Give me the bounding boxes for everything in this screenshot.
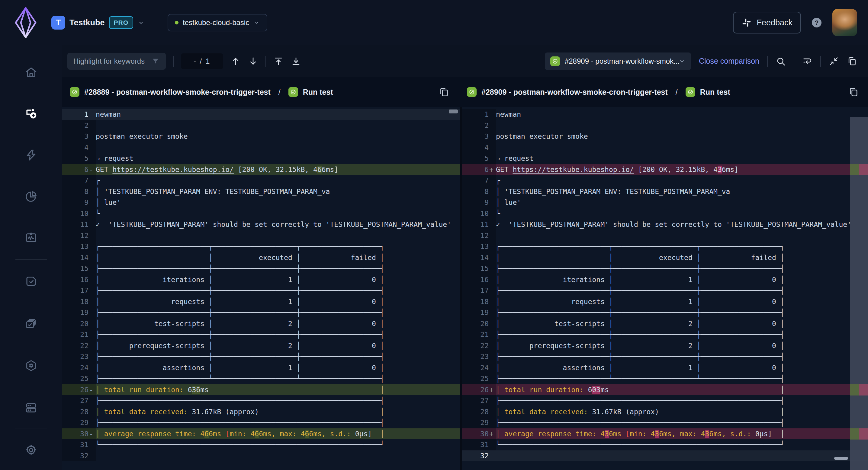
sidebar-item-tests[interactable] bbox=[0, 274, 62, 288]
sidebar-item-executors[interactable] bbox=[0, 359, 62, 372]
left-run-name[interactable]: #28889 - postman-workflow-smoke-cron-tri… bbox=[84, 88, 271, 97]
log-line-text: │ iterations │ 1 │ 0 │ bbox=[496, 274, 868, 286]
line-number-gutter: 14 bbox=[462, 252, 496, 263]
log-line: 9│ lue' bbox=[462, 197, 868, 208]
log-line-text bbox=[96, 450, 460, 462]
sidebar-item-health[interactable] bbox=[0, 231, 62, 244]
log-line-text: ├───────────────────────────────────────… bbox=[96, 417, 460, 428]
log-line-text: ┌──────────────────────────┬────────────… bbox=[496, 241, 868, 252]
sidebar-item-home[interactable] bbox=[0, 66, 62, 79]
log-line: 11✓ 'TESTKUBE_POSTMAN_PARAM' should be s… bbox=[62, 219, 460, 230]
right-run-name[interactable]: #28909 - postman-workflow-smoke-cron-tri… bbox=[482, 88, 668, 97]
log-line-text: │ assertions │ 1 │ 0 │ bbox=[496, 362, 868, 373]
diff-mark-added[interactable] bbox=[859, 164, 868, 175]
log-line: 20│ test-scripts │ 2 │ 0 │ bbox=[62, 318, 460, 329]
diff-mark-added[interactable] bbox=[859, 428, 868, 440]
comparison-run-label: #28909 - postman-workflow-smok... bbox=[565, 57, 674, 65]
line-number-gutter: 1 bbox=[462, 109, 496, 120]
log-line-text: ✓ 'TESTKUBE_POSTMAN_PARAM' should be set… bbox=[96, 219, 460, 230]
testkube-logo-icon[interactable] bbox=[0, 7, 51, 39]
log-line-text: ├──────────────────────────┼────────────… bbox=[96, 307, 460, 318]
sidebar-item-triggers[interactable] bbox=[0, 148, 62, 162]
copy-icon bbox=[848, 87, 859, 97]
scroll-to-top-button[interactable] bbox=[273, 56, 284, 66]
toolbar-divider bbox=[820, 56, 821, 67]
line-number-gutter: 4 bbox=[62, 142, 96, 153]
copy-right-log-button[interactable] bbox=[848, 87, 859, 97]
log-line-text: ├──────────────────────────┼────────────… bbox=[496, 307, 868, 318]
log-line: 13┌──────────────────────────┬──────────… bbox=[62, 241, 460, 252]
right-horizontal-scrollbar-thumb[interactable] bbox=[834, 457, 848, 460]
chevron-down-icon bbox=[137, 19, 145, 26]
word-wrap-icon bbox=[802, 56, 812, 66]
sidebar-item-insights[interactable] bbox=[0, 190, 62, 203]
left-vertical-scrollbar-thumb[interactable] bbox=[449, 109, 458, 113]
breadcrumb-separator: / bbox=[676, 88, 678, 97]
log-line: 25├──────────────────────────┴──────────… bbox=[462, 373, 868, 384]
log-line: 4 bbox=[62, 142, 460, 153]
diff-mark-removed[interactable] bbox=[850, 384, 859, 396]
log-line: 12 bbox=[462, 230, 868, 241]
log-line-text: │ total data received: 31.67kB (approx) … bbox=[496, 406, 868, 417]
feedback-button[interactable]: Feedback bbox=[733, 12, 801, 33]
scroll-to-bottom-button[interactable] bbox=[291, 56, 301, 66]
collapse-view-button[interactable] bbox=[829, 56, 839, 66]
sidebar-item-storage[interactable] bbox=[0, 401, 62, 414]
line-number-gutter: 32 bbox=[462, 450, 496, 462]
environment-selector[interactable]: testkube-cloud-basic bbox=[167, 14, 267, 31]
word-wrap-button[interactable] bbox=[802, 56, 812, 66]
log-line-text: ├──────────────────────────┼────────────… bbox=[496, 329, 868, 340]
testkube-app: T Testkube PRO testkube-cloud-basic Feed… bbox=[0, 0, 868, 470]
log-line: 12 bbox=[62, 230, 460, 241]
log-line: 23├──────────────────────────┼──────────… bbox=[62, 351, 460, 362]
line-number-gutter: 5 bbox=[62, 153, 96, 164]
line-number-gutter: 26- bbox=[62, 384, 96, 396]
diff-overview-ruler[interactable] bbox=[850, 107, 868, 470]
log-line: 7┌ bbox=[462, 175, 868, 186]
line-number-gutter: 13 bbox=[62, 241, 96, 252]
log-line-text: ├──────────────────────────┼────────────… bbox=[96, 329, 460, 340]
log-line: 20│ test-scripts │ 2 │ 0 │ bbox=[462, 318, 868, 329]
right-log-pane[interactable]: 1newman23postman-executor-smoke45→ reque… bbox=[462, 107, 868, 470]
log-line-text: │ requests │ 1 │ 0 │ bbox=[496, 296, 868, 307]
server-icon bbox=[25, 401, 38, 414]
log-line: 11✓ 'TESTKUBE_POSTMAN_PARAM' should be s… bbox=[462, 219, 868, 230]
log-line: 6-GET https://testkube.kubeshop.io/ [200… bbox=[62, 164, 460, 175]
right-step-name[interactable]: Run test bbox=[700, 88, 730, 97]
line-number-gutter: 21 bbox=[62, 329, 96, 340]
log-line: 8│ 'TESTKUBE_POSTMAN_PARAM ENV: TESTKUBE… bbox=[462, 186, 868, 197]
log-line: 16│ iterations │ 1 │ 0 │ bbox=[462, 274, 868, 286]
comparison-run-dropdown[interactable]: #28909 - postman-workflow-smok... bbox=[545, 53, 691, 70]
line-number-gutter: 11 bbox=[462, 219, 496, 230]
left-log-pane[interactable]: 1newman23postman-executor-smoke45→ reque… bbox=[62, 107, 462, 470]
chevron-down-icon bbox=[253, 19, 260, 26]
test-doc-icon bbox=[25, 274, 38, 288]
line-number-gutter: 5 bbox=[462, 153, 496, 164]
user-avatar[interactable] bbox=[832, 9, 857, 36]
org-switcher[interactable]: T Testkube PRO bbox=[51, 16, 145, 30]
log-line-text: ├──────────────────────────┼────────────… bbox=[496, 351, 868, 362]
create-workflow-icon bbox=[25, 107, 38, 121]
log-line: 29├─────────────────────────────────────… bbox=[462, 417, 868, 428]
log-line-text: │ total run duration: 636ms │ bbox=[96, 384, 460, 396]
keyword-highlight-input[interactable]: Highlight for keywords bbox=[67, 53, 166, 70]
previous-match-button[interactable] bbox=[230, 56, 241, 66]
scroll-bottom-icon bbox=[291, 56, 301, 66]
next-match-button[interactable] bbox=[248, 56, 258, 66]
sidebar-item-test-suites[interactable] bbox=[0, 317, 62, 330]
log-line-text bbox=[496, 450, 868, 462]
close-comparison-link[interactable]: Close comparison bbox=[699, 57, 759, 65]
diff-mark-removed[interactable] bbox=[850, 428, 859, 440]
log-line-text: │ total data received: 31.67kB (approx) … bbox=[96, 406, 460, 417]
sidebar-item-create-workflow[interactable] bbox=[0, 107, 62, 121]
diff-mark-added[interactable] bbox=[859, 384, 868, 396]
left-step-name[interactable]: Run test bbox=[303, 88, 333, 97]
sidebar-item-settings[interactable] bbox=[0, 443, 62, 457]
copy-log-button[interactable] bbox=[847, 56, 857, 66]
help-button[interactable]: ? bbox=[812, 18, 822, 28]
search-button[interactable] bbox=[776, 56, 786, 66]
line-number-gutter: 10 bbox=[62, 208, 96, 219]
line-number-gutter: 10 bbox=[462, 208, 496, 219]
diff-mark-removed[interactable] bbox=[850, 164, 859, 175]
copy-left-log-button[interactable] bbox=[438, 87, 450, 97]
